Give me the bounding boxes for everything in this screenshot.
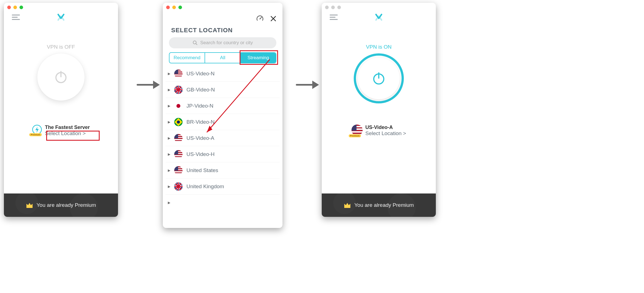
- close-window-icon[interactable]: [7, 6, 11, 9]
- search-icon: [193, 40, 198, 45]
- premium-badge: Premium: [349, 134, 361, 137]
- crown-icon: [26, 202, 33, 208]
- flag-br-icon: [174, 118, 183, 126]
- expand-icon: ▶: [168, 120, 170, 124]
- tab-streaming[interactable]: Streaming: [240, 53, 276, 63]
- location-name: United Kingdom: [186, 183, 224, 190]
- minimize-window-icon[interactable]: [331, 6, 335, 9]
- location-list: ▶US-Video-N ▶GB-Video-N ▶JP-Video-N ▶BR-…: [166, 66, 280, 225]
- location-name: BR-Video-N: [186, 119, 215, 125]
- tab-recommend[interactable]: Recommend: [169, 53, 205, 63]
- svg-point-6: [259, 18, 260, 19]
- power-button[interactable]: [37, 53, 85, 101]
- location-name: US-Video-H: [186, 151, 215, 157]
- close-window-icon[interactable]: [325, 6, 329, 9]
- list-item[interactable]: ▶GB-Video-N: [166, 82, 280, 98]
- window-controls[interactable]: [166, 6, 182, 9]
- expand-icon: ▶: [168, 201, 170, 205]
- vpn-status-label: VPN is OFF: [4, 44, 118, 50]
- banner-text: You are already Premium: [36, 202, 96, 208]
- window-controls[interactable]: [7, 6, 23, 9]
- svg-rect-13: [344, 207, 350, 208]
- vpn-main-window-on: VPN is ON Premium US-Video-A Select Loca…: [322, 3, 436, 217]
- flag-gb-icon: [174, 86, 183, 94]
- fastest-server-icon: Premium: [32, 125, 42, 135]
- expand-icon: ▶: [168, 185, 170, 188]
- expand-icon: ▶: [168, 88, 170, 92]
- crown-icon: [344, 202, 351, 208]
- step-arrow-icon: [136, 78, 161, 92]
- menu-button[interactable]: [330, 14, 338, 21]
- premium-banner: You are already Premium: [4, 193, 118, 217]
- app-logo-icon: [57, 13, 65, 21]
- vpn-main-window-off: VPN is OFF Premium The Fastest Server Se…: [4, 3, 118, 217]
- location-name: United States: [186, 167, 218, 173]
- location-tabs: Recommend All Streaming: [169, 52, 276, 63]
- server-info: Premium The Fastest Server Select Locati…: [4, 125, 118, 136]
- list-item[interactable]: ▶United Kingdom: [166, 178, 280, 195]
- list-item[interactable]: ▶US-Video-A: [166, 130, 280, 146]
- location-name: GB-Video-N: [186, 87, 215, 93]
- maximize-window-icon[interactable]: [19, 6, 23, 9]
- maximize-window-icon[interactable]: [337, 6, 341, 9]
- step-arrow-icon: [296, 78, 321, 92]
- list-item[interactable]: ▶: [166, 195, 280, 211]
- svg-line-8: [196, 44, 197, 45]
- premium-badge: Premium: [29, 133, 41, 136]
- page-title: SELECT LOCATION: [171, 27, 233, 34]
- flag-gb-icon: [174, 182, 183, 191]
- premium-banner: You are already Premium: [322, 193, 436, 217]
- expand-icon: ▶: [168, 136, 170, 140]
- server-title: The Fastest Server: [45, 125, 90, 130]
- close-icon[interactable]: [270, 16, 276, 22]
- vpn-status-label: VPN is ON: [322, 44, 436, 50]
- location-name: US-Video-N: [186, 71, 215, 77]
- location-name: JP-Video-N: [186, 103, 213, 109]
- minimize-window-icon[interactable]: [172, 6, 176, 9]
- close-window-icon[interactable]: [166, 6, 170, 9]
- flag-us-icon: [174, 166, 183, 175]
- flag-jp-icon: [174, 102, 183, 110]
- search-input[interactable]: Search for country or city: [169, 37, 276, 48]
- speedtest-icon[interactable]: [256, 15, 264, 22]
- server-title: US-Video-A: [365, 125, 406, 130]
- list-item[interactable]: ▶US-Video-N: [166, 66, 280, 82]
- app-logo-icon: [375, 13, 383, 21]
- banner-text: You are already Premium: [354, 202, 414, 208]
- list-item[interactable]: ▶BR-Video-N: [166, 114, 280, 130]
- flag-us-icon: [174, 69, 183, 78]
- expand-icon: ▶: [168, 72, 170, 76]
- minimize-window-icon[interactable]: [13, 6, 17, 9]
- search-placeholder: Search for country or city: [200, 40, 253, 46]
- tab-all[interactable]: All: [205, 53, 240, 63]
- expand-icon: ▶: [168, 168, 170, 172]
- power-button[interactable]: [354, 53, 404, 103]
- flag-us-icon: [174, 134, 183, 142]
- window-controls[interactable]: [325, 6, 341, 9]
- flag-us-icon: [174, 150, 183, 158]
- expand-icon: ▶: [168, 152, 170, 156]
- menu-button[interactable]: [12, 14, 20, 21]
- list-item[interactable]: ▶US-Video-H: [166, 146, 280, 162]
- select-location-link[interactable]: Select Location >: [45, 130, 90, 136]
- maximize-window-icon[interactable]: [178, 6, 182, 9]
- svg-rect-3: [26, 207, 33, 208]
- server-info: Premium US-Video-A Select Location >: [322, 125, 436, 136]
- server-flag-icon: Premium: [352, 125, 363, 136]
- list-item[interactable]: ▶JP-Video-N: [166, 98, 280, 114]
- list-item[interactable]: ▶United States: [166, 162, 280, 178]
- location-name: US-Video-A: [186, 135, 214, 141]
- expand-icon: ▶: [168, 104, 170, 108]
- select-location-window: SELECT LOCATION Search for country or ci…: [163, 3, 282, 228]
- select-location-link[interactable]: Select Location >: [365, 130, 406, 136]
